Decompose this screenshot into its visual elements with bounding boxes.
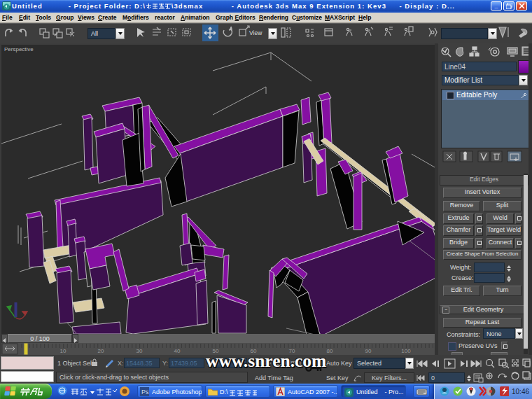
svg-text:80: 80: [327, 348, 333, 354]
svg-text:40: 40: [174, 348, 181, 354]
svg-text:90: 90: [365, 348, 372, 354]
svg-text:Ps: Ps: [141, 388, 149, 396]
svg-text:30: 30: [136, 348, 143, 354]
svg-text:10: 10: [60, 348, 66, 354]
svg-text:20: 20: [98, 348, 104, 354]
svg-text:100: 100: [401, 348, 411, 354]
svg-text:Perspective: Perspective: [4, 46, 34, 52]
